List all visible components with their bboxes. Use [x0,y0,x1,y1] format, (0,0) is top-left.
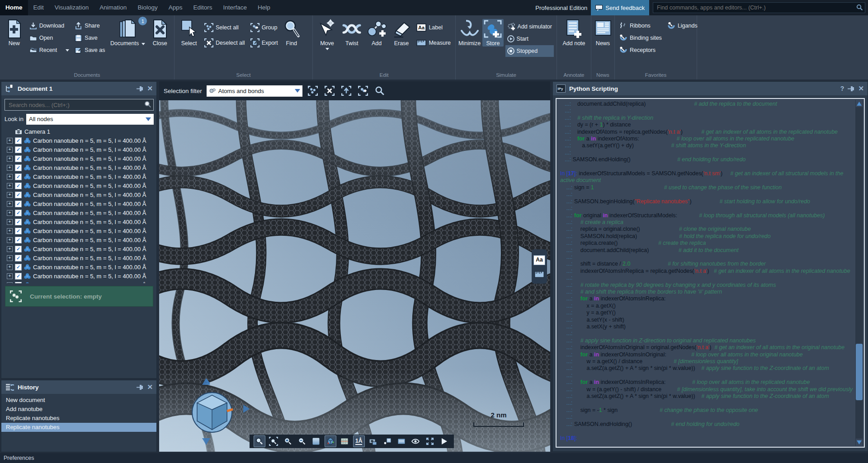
visibility-checkbox[interactable]: ✓ [15,173,22,180]
viewport-label-button[interactable]: Aa [533,255,545,265]
save-button[interactable]: Save [73,32,107,44]
expander-icon[interactable]: + [7,273,13,279]
expander-icon[interactable]: + [7,156,13,162]
minimize-button[interactable]: Minimize [458,19,481,47]
pin-icon[interactable] [137,86,143,92]
python-scrollbar[interactable] [855,100,863,446]
history-close-icon[interactable]: ✕ [147,383,153,391]
news-button[interactable]: News [593,19,613,47]
download-button[interactable]: Download [28,20,71,32]
visibility-checkbox[interactable]: ✓ [15,210,22,216]
tree-row-nanotube[interactable]: +✓Carbon nanotube n = 5, m = 5, l = 400.… [1,145,156,154]
zoom-out-button[interactable] [296,435,308,447]
select-all-button[interactable]: Select all [203,22,247,33]
python-code[interactable]: ...: document.addChild(replica) # add th… [560,101,854,445]
new-button[interactable]: New [3,19,26,47]
send-feedback-button[interactable]: Send feedback [591,0,649,15]
help-icon[interactable]: ? [840,85,844,92]
tree-row-camera[interactable]: Camera 1 [1,127,156,136]
menu-tab-apps[interactable]: Apps [163,0,188,15]
python-console[interactable]: ...: document.addChild(replica) # add th… [556,98,865,448]
add-note-button[interactable]: Add note [560,19,588,47]
viewport-select-all-button[interactable] [307,85,319,97]
scroll-up-button[interactable] [856,100,863,107]
expander-icon[interactable]: + [7,219,13,225]
history-pin-icon[interactable] [137,384,143,390]
snapshot-button[interactable] [367,435,379,447]
visibility-checkbox[interactable]: ✓ [15,273,22,280]
zoom-in-button[interactable] [282,435,294,447]
visibility-checkbox[interactable]: ✓ [15,219,22,225]
visibility-checkbox[interactable]: ✓ [15,228,22,234]
viewport-group-button[interactable] [357,85,369,97]
visibility-checkbox[interactable]: ✓ [15,146,22,153]
viewport-find-button[interactable] [374,85,386,97]
visibility-button[interactable] [410,435,421,447]
document-panel-header[interactable]: Document 1 ✕ [1,82,156,95]
add-simulator-button[interactable]: Add simulator [505,21,554,33]
expander-icon[interactable]: + [7,183,13,189]
look-in-combo[interactable]: All nodes [26,114,154,125]
zoom-selection-button[interactable] [268,435,279,447]
group-button[interactable]: Group [249,22,280,33]
visibility-checkbox[interactable]: ✓ [15,246,22,253]
stopped-button[interactable]: Stopped [505,45,554,57]
command-search[interactable] [653,2,865,13]
visibility-checkbox[interactable]: ✓ [15,182,22,189]
move-dropdown-caret[interactable] [326,48,329,50]
tree-row-nanotube[interactable]: +✓Carbon nanotube n = 5, m = 5, l = 400.… [1,154,156,163]
deselect-all-button[interactable]: Deselect all [203,37,247,49]
visibility-checkbox[interactable]: ✓ [15,255,22,262]
store-button[interactable]: Store [482,19,503,47]
menu-tab-edit[interactable]: Edit [28,0,49,15]
share-button[interactable]: Share [73,20,107,32]
menu-tab-interface[interactable]: Interface [217,0,252,15]
menu-tab-biology[interactable]: Biology [132,0,163,15]
scroll-down-button[interactable] [856,439,863,446]
visibility-checkbox[interactable]: ✓ [15,137,22,144]
expander-icon[interactable]: + [7,165,13,171]
expander-icon[interactable]: + [7,282,13,284]
expander-icon[interactable]: + [7,138,13,144]
node-search[interactable] [5,99,154,111]
history-item[interactable]: Replicate nanotubes [1,423,156,432]
menu-tab-editors[interactable]: Editors [188,0,217,15]
documents-button[interactable]: 1 Documents [108,19,146,47]
tree-row-nanotube[interactable]: +✓Carbon nanotube n = 5, m = 5, l = 400.… [1,136,156,145]
tree-row-nanotube[interactable]: +✓Carbon nanotube n = 5, m = 5, l = 400.… [1,181,156,190]
history-panel-header[interactable]: History ✕ [1,380,156,394]
close-panel-icon[interactable]: ✕ [147,84,153,93]
menu-tab-animation[interactable]: Animation [94,0,132,15]
expander-icon[interactable]: + [7,174,13,180]
python-pin-icon[interactable] [848,86,854,92]
zoom-fit-button[interactable] [254,435,265,447]
visibility-checkbox[interactable]: ✓ [15,155,22,162]
presentation-button[interactable] [382,435,393,447]
history-item[interactable]: Replicate nanotubes [1,414,156,423]
tree-row-nanotube[interactable]: +✓Carbon nanotube n = 5, m = 5, l = 400.… [1,217,156,226]
expander-icon[interactable]: + [7,264,13,270]
menu-tab-help[interactable]: Help [252,0,276,15]
python-panel-header[interactable]: IPy Python Scripting ? ✕ [553,82,868,95]
expander-icon[interactable]: + [7,210,13,216]
tree-row-nanotube[interactable]: +✓Carbon nanotube n = 5, m = 5, l = 400.… [1,190,156,199]
recent-button[interactable]: Recent [28,44,71,56]
viewport-deselect-button[interactable] [324,85,336,97]
tree-row-nanotube[interactable]: +✓Carbon nanotube n = 5, m = 5, l = 400.… [1,262,156,271]
move-button[interactable]: Move [316,19,339,50]
visibility-checkbox[interactable]: ✓ [15,192,22,198]
expander-icon[interactable]: + [7,201,13,207]
erase-button[interactable]: Erase [390,19,413,47]
panel-view-button[interactable] [396,435,407,447]
expander-icon[interactable]: + [7,228,13,234]
python-close-icon[interactable]: ✕ [858,84,864,93]
close-button[interactable]: Close [148,19,171,47]
find-button[interactable]: Find [282,19,302,47]
visibility-checkbox[interactable]: ✓ [15,282,22,284]
visibility-checkbox[interactable]: ✓ [15,237,22,243]
receptors-button[interactable]: Receptors [618,44,664,56]
command-search-input[interactable] [653,2,865,13]
tree-row-nanotube[interactable]: +✓Carbon nanotube n = 5, m = 5, l = 400.… [1,163,156,172]
tree-row-nanotube[interactable]: +✓Carbon nanotube n = 5, m = 5, l = 400.… [1,281,156,283]
tree-row-nanotube[interactable]: +✓Carbon nanotube n = 5, m = 5, l = 400.… [1,226,156,235]
